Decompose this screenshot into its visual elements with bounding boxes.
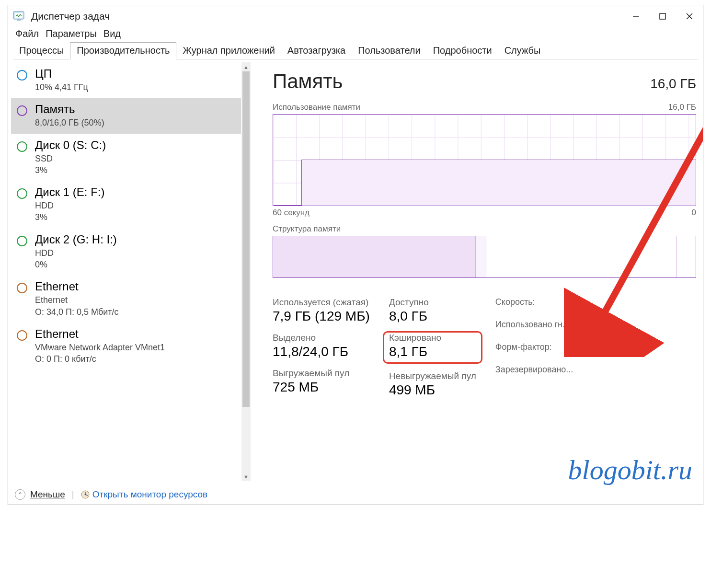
comp-standby — [486, 236, 677, 277]
tab-services[interactable]: Службы — [498, 42, 547, 59]
stat-stats-side-3: Зарезервировано... — [495, 365, 573, 376]
menu-view[interactable]: Вид — [101, 28, 123, 39]
footer: ⌃ Меньше | Открыть монитор ресурсов — [8, 484, 703, 505]
tab-processes[interactable]: Процессы — [13, 42, 70, 59]
resource-icon — [17, 283, 27, 293]
scroll-down-icon[interactable]: ▼ — [241, 472, 251, 481]
titlebar: Диспетчер задач — [8, 5, 703, 27]
svg-point-7 — [84, 494, 86, 496]
tab-app-history[interactable]: Журнал приложений — [176, 42, 281, 59]
chevron-up-icon[interactable]: ⌃ — [15, 489, 25, 500]
svg-rect-4 — [660, 13, 665, 19]
scroll-up-icon[interactable]: ▲ — [241, 62, 251, 71]
resource-item-1[interactable]: Память8,0/16,0 ГБ (50%) — [11, 98, 241, 133]
sidebar-scrollbar[interactable]: ▲ ▼ — [241, 62, 251, 481]
maximize-button[interactable] — [649, 7, 676, 26]
stat-stats-c1-2: Выгружаемый пул725 МБ — [273, 368, 370, 395]
stat-stats-c2-1: Кэшировано8,1 ГБ — [383, 331, 482, 364]
usage-chart-max: 16,0 ГБ — [668, 103, 696, 112]
tab-startup[interactable]: Автозагрузка — [281, 42, 352, 59]
stat-stats-side-0: Скорость: — [495, 297, 573, 308]
resource-icon — [17, 330, 27, 341]
stat-stats-c1-0: Используется (сжатая)7,9 ГБ (129 МБ) — [273, 297, 370, 324]
tab-users[interactable]: Пользователи — [352, 42, 427, 59]
axis-left: 60 секунд — [273, 208, 310, 218]
memory-composition — [273, 236, 696, 278]
watermark: blogobit.ru — [568, 454, 692, 486]
composition-label: Структура памяти — [273, 224, 341, 234]
resource-icon — [17, 236, 27, 246]
comp-free — [677, 236, 696, 277]
comp-modified — [476, 236, 486, 277]
resource-item-3[interactable]: Диск 1 (E: F:)HDD3% — [11, 181, 241, 228]
tab-performance[interactable]: Производительность — [70, 42, 176, 59]
resource-item-6[interactable]: EthernetVMware Network Adapter VMnet1О: … — [11, 323, 241, 370]
tab-details[interactable]: Подробности — [427, 42, 498, 59]
menubar: Файл Параметры Вид — [8, 27, 703, 42]
monitor-icon — [81, 490, 90, 499]
stat-stats-c2-2: Невыгружаемый пул499 МБ — [389, 371, 476, 398]
stat-stats-c2-0: Доступно8,0 ГБ — [389, 297, 476, 324]
menu-file[interactable]: Файл — [13, 28, 41, 39]
resource-item-5[interactable]: EthernetEthernetО: 34,0 П: 0,5 Мбит/с — [11, 275, 241, 323]
resource-item-4[interactable]: Диск 2 (G: H: I:)HDD0% — [11, 228, 241, 276]
open-resource-monitor-link[interactable]: Открыть монитор ресурсов — [81, 489, 207, 500]
tabs: Процессы Производительность Журнал прило… — [8, 42, 703, 59]
resource-icon — [17, 70, 27, 81]
stat-stats-side-2: Форм-фактор: — [495, 342, 573, 353]
resource-icon — [17, 188, 27, 199]
stat-stats-c1-1: Выделено11,8/24,0 ГБ — [273, 333, 370, 359]
detail-title: Память — [273, 70, 343, 93]
detail-pane: Память 16,0 ГБ Использование памяти 16,0… — [251, 62, 703, 481]
resource-item-2[interactable]: Диск 0 (S: C:)SSD3% — [11, 134, 241, 181]
task-manager-window: Диспетчер задач Файл Параметры Вид Проце… — [8, 5, 703, 505]
usage-chart — [273, 114, 696, 206]
detail-total: 16,0 ГБ — [650, 76, 696, 92]
resource-sidebar: ЦП10% 4,41 ГГцПамять8,0/16,0 ГБ (50%)Дис… — [11, 62, 251, 481]
resource-item-0[interactable]: ЦП10% 4,41 ГГц — [11, 62, 241, 98]
usage-chart-label: Использование памяти — [273, 103, 360, 112]
stat-stats-side-1: Использовано гн... — [495, 320, 573, 331]
resource-icon — [17, 105, 27, 116]
stats-grid: Используется (сжатая)7,9 ГБ (129 МБ)Выде… — [273, 297, 696, 398]
svg-rect-2 — [17, 19, 21, 21]
scroll-thumb[interactable] — [242, 71, 250, 407]
minimize-button[interactable] — [622, 7, 649, 26]
comp-in-use — [273, 236, 476, 277]
menu-options[interactable]: Параметры — [43, 28, 99, 39]
fewer-details-link[interactable]: Меньше — [30, 489, 65, 500]
close-button[interactable] — [676, 7, 703, 26]
window-controls — [622, 7, 703, 26]
app-icon — [13, 11, 26, 22]
monitor-link-text: Открыть монитор ресурсов — [92, 489, 207, 500]
resource-icon — [17, 141, 27, 152]
window-title: Диспетчер задач — [31, 11, 622, 22]
axis-right: 0 — [692, 208, 696, 218]
